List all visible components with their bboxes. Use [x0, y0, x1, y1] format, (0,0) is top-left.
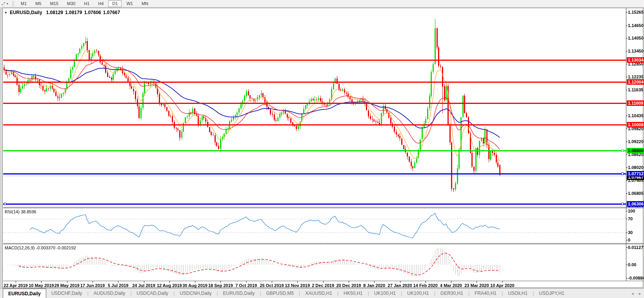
cursor-mode-icon: ⤢: [2, 2, 5, 6]
tab-scroll-right-icon[interactable]: ►: [638, 292, 642, 296]
toolbar-grip-handle[interactable]: [12, 1, 14, 6]
timeframe-button-h1[interactable]: H1: [80, 0, 93, 7]
tab-scroll-arrows: ◄ ►: [631, 289, 642, 298]
chart-tab-hk50-h1[interactable]: HK50,H1: [338, 289, 368, 298]
timeframe-button-h4[interactable]: H4: [94, 0, 107, 7]
chart-tab-usdcad-daily[interactable]: USDCAD,Daily: [131, 289, 173, 298]
chart-tab-xauusd-h1[interactable]: XAUUSD,H1: [300, 289, 337, 298]
timeframe-button-d1[interactable]: D1: [108, 0, 122, 7]
chart-tab-bar: EURUSD,DailyUSDCHF,Daily|AUDUSD,Daily|US…: [0, 288, 644, 298]
tab-scroll-left-icon[interactable]: ◄: [631, 292, 634, 296]
chart-tab-fra40-h1[interactable]: FRA40,H1: [469, 289, 502, 298]
cursor-mode-button[interactable]: ⤢ ▾: [0, 2, 11, 6]
mt4-terminal: ⤢ ▾ M1M5M15M30H1H4D1W1MN ▼EURUSD,Daily1.…: [0, 0, 644, 298]
chart-tab-ger30-h1[interactable]: GER30,H1: [435, 289, 468, 298]
timeframe-button-m1[interactable]: M1: [17, 0, 31, 7]
chart-tab-eurusd-daily[interactable]: EURUSD,Daily: [218, 289, 260, 298]
chart-tab-usdcnh-daily[interactable]: USDCNH,Daily: [175, 289, 216, 298]
timeframe-toolbar: ⤢ ▾ M1M5M15M30H1H4D1W1MN: [0, 0, 644, 7]
chart-tab-uk100-h1[interactable]: UK100,H1: [402, 289, 434, 298]
chart-tabs: EURUSD,DailyUSDCHF,Daily|AUDUSD,Daily|US…: [0, 289, 569, 298]
chart-tab-eurusd-daily[interactable]: EURUSD,Daily: [3, 289, 46, 298]
chevron-down-icon[interactable]: ▾: [7, 2, 8, 5]
chart-tab-usdjpy-h1[interactable]: USDJPY,H1: [534, 289, 569, 298]
chart-tab-usoil-h1[interactable]: USOil,H1: [503, 289, 533, 298]
timeframe-button-m30[interactable]: M30: [63, 0, 79, 7]
chart-tab-usdchf-daily[interactable]: USDCHF,Daily: [46, 289, 87, 298]
timeframe-button-m5[interactable]: M5: [31, 0, 45, 7]
timeframe-button-w1[interactable]: W1: [122, 0, 137, 7]
timeframe-button-mn[interactable]: MN: [138, 0, 152, 7]
timeframe-button-m15[interactable]: M15: [46, 0, 62, 7]
timeframe-buttons: M1M5M15M30H1H4D1W1MN: [16, 0, 153, 7]
price-chart-canvas[interactable]: [0, 0, 644, 298]
chart-tab-audusd-daily[interactable]: AUDUSD,Daily: [89, 289, 131, 298]
chart-tab-uk100-h1[interactable]: UK100,H1: [369, 289, 401, 298]
chart-tab-gbpusd-m5[interactable]: GBPUSD,M5: [261, 289, 299, 298]
